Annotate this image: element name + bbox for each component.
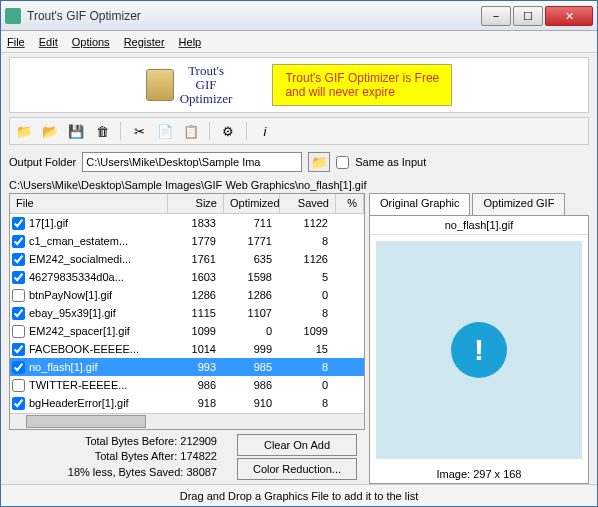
col-size[interactable]: Size xyxy=(168,194,224,213)
menu-edit[interactable]: Edit xyxy=(39,36,58,48)
file-optimized: 635 xyxy=(222,253,278,265)
banner-text: Trout's xyxy=(180,64,233,78)
menu-options[interactable]: Options xyxy=(72,36,110,48)
menu-help[interactable]: Help xyxy=(179,36,202,48)
table-row[interactable]: EM242_socialmedi...17616351126 xyxy=(10,250,364,268)
file-name: c1_cman_estatem... xyxy=(29,235,166,247)
close-button[interactable]: ✕ xyxy=(545,6,593,26)
file-optimized: 986 xyxy=(222,379,278,391)
table-row[interactable]: TWITTER-EEEEE...9869860 xyxy=(10,376,364,394)
output-label: Output Folder xyxy=(9,156,76,168)
col-saved[interactable]: Saved xyxy=(280,194,336,213)
table-row[interactable]: no_flash[1].gif9939858 xyxy=(10,358,364,376)
horizontal-scrollbar[interactable] xyxy=(10,413,364,429)
banner-logo: Trout's GIF Optimizer xyxy=(146,64,233,107)
row-checkbox[interactable] xyxy=(12,289,25,302)
table-row[interactable]: c1_cman_estatem...177917718 xyxy=(10,232,364,250)
file-name: ebay_95x39[1].gif xyxy=(29,307,166,319)
row-checkbox[interactable] xyxy=(12,307,25,320)
output-folder-input[interactable] xyxy=(82,152,302,172)
col-optimized[interactable]: Optimized xyxy=(224,194,280,213)
table-row[interactable]: ebay_95x39[1].gif111511078 xyxy=(10,304,364,322)
file-list: File Size Optimized Saved % 17[1].gif183… xyxy=(9,193,365,430)
table-row[interactable]: 17[1].gif18337111122 xyxy=(10,214,364,232)
file-size: 1833 xyxy=(166,217,222,229)
status-hint: Drag and Drop a Graphics File to add it … xyxy=(1,484,597,506)
row-checkbox[interactable] xyxy=(12,217,25,230)
file-saved: 15 xyxy=(278,343,334,355)
new-folder-icon[interactable]: 📁 xyxy=(14,121,34,141)
file-size: 1115 xyxy=(166,307,222,319)
browse-button[interactable]: 📁 xyxy=(308,152,330,172)
divider xyxy=(209,122,210,140)
file-name: TWITTER-EEEEE... xyxy=(29,379,166,391)
file-name: 17[1].gif xyxy=(29,217,166,229)
divider xyxy=(246,122,247,140)
tab-optimized[interactable]: Optimized GIF xyxy=(472,193,565,215)
file-saved: 1126 xyxy=(278,253,334,265)
current-path: C:\Users\Mike\Desktop\Sample Images\GIF … xyxy=(9,177,589,193)
file-size: 1286 xyxy=(166,289,222,301)
menu-file[interactable]: File xyxy=(7,36,25,48)
paste-icon[interactable]: 📋 xyxy=(181,121,201,141)
row-checkbox[interactable] xyxy=(12,379,25,392)
copy-icon[interactable]: 📄 xyxy=(155,121,175,141)
file-optimized: 1107 xyxy=(222,307,278,319)
banner: Trout's GIF Optimizer Trout's GIF Optimi… xyxy=(9,57,589,113)
file-saved: 8 xyxy=(278,235,334,247)
row-checkbox[interactable] xyxy=(12,361,25,374)
file-name: bgHeaderError[1].gif xyxy=(29,397,166,409)
row-checkbox[interactable] xyxy=(12,253,25,266)
bytes-saved: 18% less, Bytes Saved: 38087 xyxy=(17,465,217,480)
file-saved: 0 xyxy=(278,379,334,391)
menu-register[interactable]: Register xyxy=(124,36,165,48)
clear-on-add-button[interactable]: Clear On Add xyxy=(237,434,357,456)
minimize-button[interactable]: − xyxy=(481,6,511,26)
row-checkbox[interactable] xyxy=(12,325,25,338)
color-reduction-button[interactable]: Color Reduction... xyxy=(237,458,357,480)
menubar: File Edit Options Register Help xyxy=(1,31,597,53)
table-row[interactable]: FACEBOOK-EEEEE...101499915 xyxy=(10,340,364,358)
file-saved: 0 xyxy=(278,289,334,301)
row-checkbox[interactable] xyxy=(12,271,25,284)
banner-message: Trout's GIF Optimizer is Free and will n… xyxy=(272,64,452,106)
cut-icon[interactable]: ✂ xyxy=(129,121,149,141)
file-saved: 8 xyxy=(278,397,334,409)
file-name: no_flash[1].gif xyxy=(29,361,166,373)
trash-icon[interactable]: 🗑 xyxy=(92,121,112,141)
table-row[interactable]: 46279835334d0a...160315985 xyxy=(10,268,364,286)
process-icon[interactable]: ⚙ xyxy=(218,121,238,141)
row-checkbox[interactable] xyxy=(12,397,25,410)
same-as-input-checkbox[interactable] xyxy=(336,156,349,169)
open-icon[interactable]: 📂 xyxy=(40,121,60,141)
row-checkbox[interactable] xyxy=(12,235,25,248)
file-optimized: 1771 xyxy=(222,235,278,247)
zip-icon xyxy=(146,69,174,101)
table-row[interactable]: btnPayNow[1].gif128612860 xyxy=(10,286,364,304)
warning-icon: ! xyxy=(451,322,507,378)
file-size: 1014 xyxy=(166,343,222,355)
file-size: 986 xyxy=(166,379,222,391)
titlebar: Trout's GIF Optimizer − ☐ ✕ xyxy=(1,1,597,31)
file-size: 1779 xyxy=(166,235,222,247)
save-icon[interactable]: 💾 xyxy=(66,121,86,141)
info-icon[interactable]: i xyxy=(255,121,275,141)
col-file[interactable]: File xyxy=(10,194,168,213)
file-saved: 8 xyxy=(278,361,334,373)
table-row[interactable]: EM242_spacer[1].gif109901099 xyxy=(10,322,364,340)
file-optimized: 1598 xyxy=(222,271,278,283)
file-saved: 8 xyxy=(278,307,334,319)
maximize-button[interactable]: ☐ xyxy=(513,6,543,26)
app-window: Trout's GIF Optimizer − ☐ ✕ File Edit Op… xyxy=(0,0,598,507)
tab-original[interactable]: Original Graphic xyxy=(369,193,470,215)
table-row[interactable]: bgHeaderError[1].gif9189108 xyxy=(10,394,364,412)
col-pct[interactable]: % xyxy=(336,194,364,213)
file-name: btnPayNow[1].gif xyxy=(29,289,166,301)
output-row: Output Folder 📁 Same as Input xyxy=(9,149,589,175)
toolbar: 📁 📂 💾 🗑 ✂ 📄 📋 ⚙ i xyxy=(9,117,589,145)
list-body[interactable]: 17[1].gif18337111122c1_cman_estatem...17… xyxy=(10,214,364,413)
preview-dimensions: Image: 297 x 168 xyxy=(370,465,588,483)
row-checkbox[interactable] xyxy=(12,343,25,356)
file-optimized: 1286 xyxy=(222,289,278,301)
file-saved: 1099 xyxy=(278,325,334,337)
